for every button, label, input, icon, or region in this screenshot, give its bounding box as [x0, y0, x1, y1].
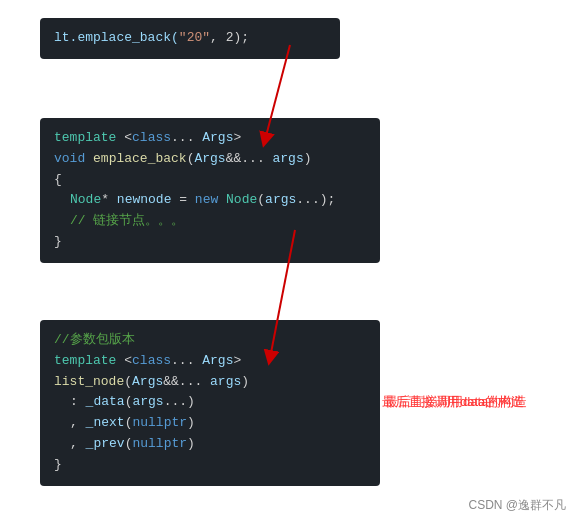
code-line-3-1: template <class... Args> [54, 351, 366, 372]
code-block-2: template <class... Args> void emplace_ba… [40, 118, 380, 263]
code-line-2-6: } [54, 232, 366, 253]
page-container: lt.emplace_back("20", 2); template <clas… [0, 0, 584, 522]
code-line-2-3: { [54, 170, 366, 191]
code-block-1: lt.emplace_back("20", 2); [40, 18, 340, 59]
code-line-3-comment: //参数包版本 [54, 330, 366, 351]
annotation-label: 最后直接调用data的构造 [382, 393, 524, 411]
code-line-3-5: , _prev(nullptr) [70, 434, 366, 455]
code-line-2-4: Node* newnode = new Node(args...); [70, 190, 366, 211]
code-line-2-5: // 链接节点。。。 [70, 211, 366, 232]
footer-text: CSDN @逸群不凡 [468, 497, 566, 514]
code-line-3-2: list_node(Args&&... args) [54, 372, 366, 393]
code-line-3-6: } [54, 455, 366, 476]
code-line-3-3: : _data(args...) [70, 392, 366, 413]
code-line-1a: lt.emplace_back( [54, 30, 179, 45]
code-line-1c: , 2); [210, 30, 249, 45]
code-block-3: //参数包版本 template <class... Args> list_no… [40, 320, 380, 486]
code-line-1b: "20" [179, 30, 210, 45]
code-line-3-4: , _next(nullptr) [70, 413, 366, 434]
code-line-2-1: template <class... Args> [54, 128, 366, 149]
code-line-2-2: void emplace_back(Args&&... args) [54, 149, 366, 170]
